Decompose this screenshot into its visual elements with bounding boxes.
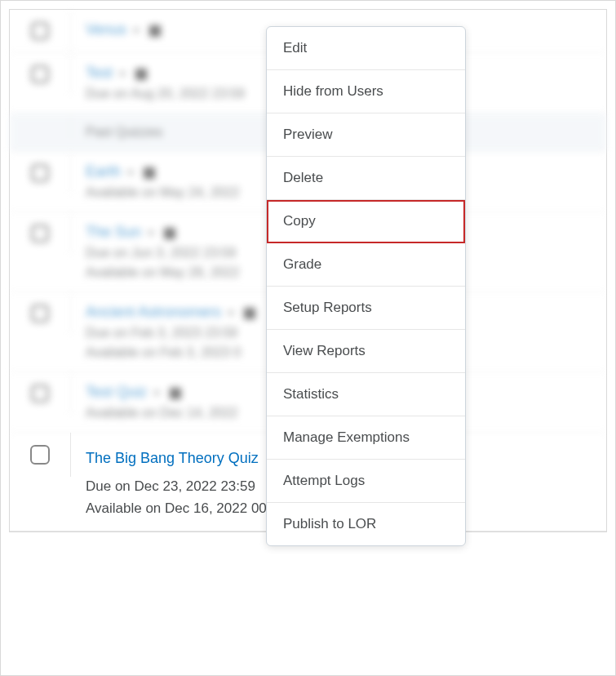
row-checkbox[interactable] <box>30 445 50 465</box>
menu-item-attempt-logs[interactable]: Attempt Logs <box>267 460 465 503</box>
quiz-title-link: Test <box>86 64 113 82</box>
status-icon <box>170 388 181 399</box>
checkbox-cell <box>10 433 71 477</box>
row-checkbox <box>31 225 49 242</box>
menu-item-copy[interactable]: Copy <box>267 200 465 243</box>
chevron-down-icon <box>127 171 134 176</box>
status-icon <box>149 25 161 37</box>
quiz-title-link: Ancient Astronomers <box>86 304 221 321</box>
status-icon <box>144 167 155 179</box>
row-checkbox <box>31 65 49 83</box>
quiz-title-link[interactable]: The Big Bang Theory Quiz <box>86 450 259 467</box>
status-icon <box>164 228 175 239</box>
category-title: Past Quizzes <box>86 125 162 139</box>
chevron-down-icon <box>228 311 234 316</box>
menu-item-delete[interactable]: Delete <box>267 157 465 200</box>
checkbox-cell-empty <box>10 113 71 138</box>
checkbox-cell <box>10 53 71 96</box>
quiz-title-link: Earth <box>86 163 121 180</box>
chevron-down-icon <box>148 231 154 236</box>
menu-item-edit[interactable]: Edit <box>267 27 465 70</box>
menu-item-grade[interactable]: Grade <box>267 243 465 287</box>
menu-item-manage-exemptions[interactable]: Manage Exemptions <box>267 416 465 460</box>
status-icon <box>135 69 147 80</box>
checkbox-cell <box>10 10 71 52</box>
menu-item-hide-from-users[interactable]: Hide from Users <box>267 70 465 113</box>
checkbox-cell <box>10 212 71 255</box>
chevron-down-icon <box>133 29 140 33</box>
row-checkbox <box>31 385 49 402</box>
quiz-title-link: Test Quiz <box>86 384 147 401</box>
menu-item-view-reports[interactable]: View Reports <box>267 330 465 373</box>
row-checkbox <box>31 305 49 322</box>
quiz-title-link: The Sun <box>86 224 141 241</box>
chevron-down-icon <box>153 391 160 396</box>
row-checkbox <box>31 164 49 182</box>
quiz-title-link: Venus <box>86 21 126 38</box>
checkbox-cell <box>10 372 71 415</box>
row-checkbox <box>31 22 49 40</box>
status-icon <box>244 308 255 319</box>
menu-item-statistics[interactable]: Statistics <box>267 373 465 416</box>
checkbox-cell <box>10 152 71 194</box>
chevron-down-icon <box>119 72 126 77</box>
menu-item-setup-reports[interactable]: Setup Reports <box>267 287 465 330</box>
context-menu: EditHide from UsersPreviewDeleteCopyGrad… <box>266 26 466 546</box>
menu-item-publish-to-lor[interactable]: Publish to LOR <box>267 503 465 545</box>
menu-item-preview[interactable]: Preview <box>267 113 465 157</box>
checkbox-cell <box>10 292 71 335</box>
